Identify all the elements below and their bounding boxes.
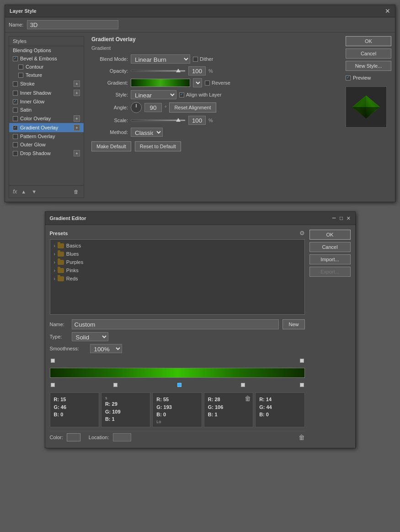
preset-folder-basics[interactable]: › Basics (52, 242, 303, 250)
gradient-overlay-add-btn[interactable]: + (74, 124, 80, 131)
folder-icon-purples (58, 260, 64, 265)
stop-card-2[interactable]: s R: 29G: 109B: 1 (101, 392, 150, 427)
stop-card-5[interactable]: R: 14G: 44B: 0 (255, 392, 304, 427)
drop-shadow-item[interactable]: Drop Shadow + (9, 149, 84, 158)
blending-options-item[interactable]: Blending Options (9, 46, 84, 54)
satin-item[interactable]: Satin (9, 106, 84, 114)
ge-export-btn[interactable]: Export... (309, 267, 351, 277)
ge-smooth-select[interactable]: 100% (90, 344, 122, 353)
angle-row: Angle: ° Reset Alignment (91, 102, 338, 113)
drop-shadow-checkbox[interactable] (13, 151, 18, 156)
gradient-preview[interactable] (131, 79, 190, 87)
angle-input[interactable] (144, 103, 162, 112)
preset-folder-blues[interactable]: › Blues (52, 250, 303, 258)
opacity-slider[interactable] (131, 70, 186, 72)
stop-card-1[interactable]: R: 15G: 46B: 0 (50, 392, 99, 427)
color-overlay-add-btn[interactable]: + (74, 115, 80, 122)
reset-to-default-btn[interactable]: Reset to Default (135, 141, 181, 151)
opacity-input[interactable] (188, 66, 206, 75)
ge-smooth-label: Smoothness: (50, 346, 86, 351)
stroke-checkbox[interactable] (13, 81, 18, 86)
opacity-stop-left[interactable] (51, 359, 55, 363)
ge-minimize-btn[interactable]: − (332, 215, 336, 222)
inner-shadow-add-btn[interactable]: + (74, 90, 80, 96)
preset-folder-pinks[interactable]: › Pinks (52, 266, 303, 274)
layer-style-close-button[interactable]: ✕ (385, 8, 390, 14)
pattern-overlay-checkbox[interactable] (13, 134, 18, 139)
reset-alignment-btn[interactable]: Reset Alignment (169, 102, 216, 113)
delete-style-btn[interactable]: 🗑 (72, 188, 80, 195)
color-stop-2[interactable] (113, 383, 117, 387)
outer-glow-label: Outer Glow (20, 142, 46, 147)
stop-card-4[interactable]: R: 28G: 106B: 1 🗑 (204, 392, 253, 427)
gradient-row: Gradient: ▼ Reverse (91, 78, 338, 87)
inner-shadow-item[interactable]: Inner Shadow + (9, 88, 84, 97)
color-overlay-item[interactable]: Color Overlay + (9, 114, 84, 123)
gradient-overlay-checkbox[interactable] (13, 125, 18, 130)
preset-folder-purples[interactable]: › Purples (52, 258, 303, 266)
ge-maximize-btn[interactable]: □ (340, 215, 343, 221)
method-select[interactable]: Classic (131, 128, 163, 137)
presets-list[interactable]: › Basics › Blues › Purples › Pin (50, 239, 305, 315)
ge-name-row: Name: New (50, 319, 305, 329)
ge-new-btn[interactable]: New (283, 319, 304, 329)
color-overlay-checkbox[interactable] (13, 116, 18, 121)
scale-slider[interactable] (131, 119, 186, 121)
angle-dial[interactable] (131, 102, 142, 113)
inner-shadow-checkbox[interactable] (13, 91, 18, 96)
contour-label: Contour (26, 64, 43, 70)
color-stop-3[interactable] (177, 383, 181, 387)
align-checkbox[interactable] (179, 92, 184, 97)
dither-checkbox[interactable] (193, 57, 198, 62)
inner-glow-item[interactable]: Inner Glow (9, 97, 84, 106)
make-default-btn[interactable]: Make Default (91, 141, 131, 151)
outer-glow-item[interactable]: Outer Glow (9, 140, 84, 149)
texture-checkbox[interactable] (18, 73, 23, 78)
stop-card-3[interactable]: R: 55G: 193B: 0 Lo (152, 392, 202, 427)
contour-checkbox[interactable] (18, 64, 23, 70)
gradient-overlay-item[interactable]: Gradient Overlay + (9, 123, 84, 132)
gradient-dropdown-btn[interactable]: ▼ (193, 78, 202, 87)
layer-name-input[interactable] (27, 20, 118, 29)
cancel-btn[interactable]: Cancel (346, 48, 391, 59)
ge-delete-stop-btn[interactable]: 🗑 (299, 434, 305, 441)
ge-name-input[interactable] (72, 319, 279, 329)
outer-glow-checkbox[interactable] (13, 142, 18, 147)
bevel-checkbox[interactable] (13, 56, 18, 61)
ge-color-swatch[interactable] (67, 433, 80, 441)
ge-close-btn[interactable]: × (347, 215, 350, 221)
inner-glow-checkbox[interactable] (13, 99, 18, 104)
stroke-item[interactable]: Stroke + (9, 79, 84, 88)
drop-shadow-add-btn[interactable]: + (74, 150, 80, 156)
blend-mode-select[interactable]: Linear Burn (131, 54, 190, 64)
move-down-btn[interactable]: ▼ (30, 188, 38, 195)
layer-style-titlebar: Layer Style ✕ (5, 5, 395, 17)
presets-gear-btn[interactable]: ⚙ (299, 230, 305, 236)
stroke-add-btn[interactable]: + (74, 81, 80, 87)
move-up-btn[interactable]: ▲ (20, 188, 27, 195)
ge-type-select[interactable]: Solid (72, 332, 108, 341)
preview-checkbox[interactable] (346, 75, 351, 81)
ge-cancel-btn[interactable]: Cancel (309, 242, 351, 252)
ge-location-input[interactable] (113, 433, 131, 441)
ge-ok-btn[interactable]: OK (309, 230, 351, 240)
color-stop-1[interactable] (51, 383, 55, 387)
gradient-main-bar[interactable] (50, 368, 305, 378)
contour-item[interactable]: Contour (9, 63, 84, 71)
bevel-emboss-item[interactable]: Bevel & Emboss (9, 54, 84, 63)
stop-card-2-rgb: R: 29G: 109B: 1 (105, 400, 146, 423)
reverse-checkbox[interactable] (205, 81, 210, 86)
pattern-overlay-item[interactable]: Pattern Overlay (9, 132, 84, 140)
trash-icon-4[interactable]: 🗑 (245, 395, 251, 402)
satin-checkbox[interactable] (13, 107, 18, 113)
opacity-stop-right[interactable] (300, 359, 304, 363)
ok-btn[interactable]: OK (346, 36, 391, 46)
style-select[interactable]: Linear (131, 90, 176, 99)
color-stop-4[interactable] (241, 383, 245, 387)
new-style-btn[interactable]: New Style... (346, 61, 391, 71)
color-stop-5[interactable] (300, 383, 304, 387)
ge-import-btn[interactable]: Import... (309, 254, 351, 264)
preset-folder-reds[interactable]: › Reds (52, 274, 303, 283)
texture-item[interactable]: Texture (9, 71, 84, 79)
scale-input[interactable] (188, 116, 206, 125)
